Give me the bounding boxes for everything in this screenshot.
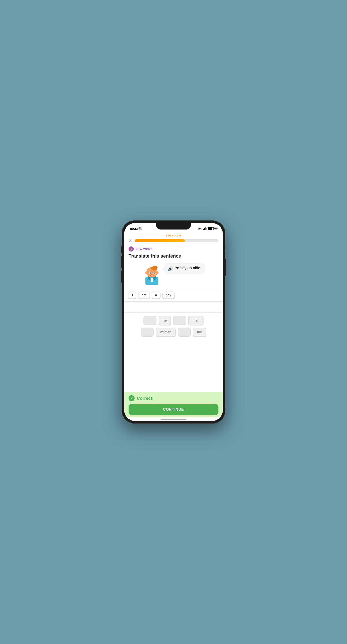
- svg-point-14: [150, 272, 151, 274]
- battery-percent: 70: [215, 227, 218, 230]
- word-chip-empty-4: [178, 328, 191, 337]
- correct-row: ✓ Correct!: [128, 395, 218, 401]
- progress-bar-fill: [135, 239, 185, 242]
- highlighted-text: Yo soy: [175, 266, 186, 270]
- status-icons: G·.· 70: [198, 227, 218, 230]
- word-chip-he[interactable]: he: [158, 316, 171, 325]
- home-indicator: [160, 418, 186, 420]
- word-bank-row-2: woman the: [128, 328, 218, 337]
- phone-mute-button: [121, 246, 122, 253]
- new-word-icon: ⚡: [128, 246, 134, 252]
- streak-text: 5 IN A ROW: [166, 234, 181, 237]
- svg-point-17: [154, 272, 154, 273]
- character-figure: [142, 263, 162, 287]
- correct-banner: ✓ Correct! CONTINUE: [124, 392, 223, 417]
- word-chip-empty-3: [141, 328, 154, 337]
- phone-volume-up-button: [121, 256, 122, 268]
- word-chip-empty-1: [144, 316, 156, 325]
- speech-bubble: 🔊 Yo soy un niño.: [164, 263, 204, 274]
- svg-point-18: [151, 274, 152, 275]
- svg-point-19: [145, 272, 147, 274]
- signal-icon: G·.·: [198, 227, 202, 230]
- word-chip-woman[interactable]: woman: [156, 328, 176, 337]
- correct-text: Correct!: [137, 396, 154, 401]
- battery-icon: [208, 227, 214, 230]
- whatsapp-icon: 💬: [138, 227, 142, 230]
- phone-screen: 15:33 💬 G·.· 70: [124, 223, 223, 421]
- new-word-label: NEW WORD: [136, 248, 152, 251]
- phone-volume-down-button: [121, 270, 122, 283]
- answer-area[interactable]: I am a boy: [124, 289, 223, 302]
- svg-point-16: [150, 272, 150, 273]
- continue-button[interactable]: CONTINUE: [128, 404, 218, 415]
- svg-rect-0: [203, 229, 204, 230]
- svg-rect-3: [206, 228, 207, 230]
- phone-power-button: [225, 259, 226, 276]
- word-chip-man[interactable]: man: [188, 316, 204, 325]
- phone-notch: [156, 223, 191, 230]
- word-chip-empty-2: [173, 316, 186, 325]
- new-word-row: ⚡ NEW WORD: [124, 245, 223, 252]
- status-time: 15:33 💬: [130, 227, 142, 230]
- answer-chip-i[interactable]: I: [128, 292, 136, 299]
- speech-text-part2: un niño.: [188, 266, 201, 270]
- answer-chip-am[interactable]: am: [138, 292, 150, 299]
- svg-rect-4: [146, 276, 158, 285]
- progress-row: ✕: [124, 238, 223, 245]
- word-bank: he man woman the: [124, 312, 223, 392]
- character-area: 🔊 Yo soy un niño.: [124, 262, 223, 289]
- svg-rect-2: [206, 227, 206, 230]
- word-chip-the[interactable]: the: [193, 328, 206, 337]
- close-button[interactable]: ✕: [128, 238, 132, 243]
- instruction-text: Translate this sentence: [124, 252, 223, 262]
- svg-rect-7: [151, 278, 152, 282]
- phone-frame: 15:33 💬 G·.· 70: [122, 220, 225, 424]
- word-bank-row-1: he man: [128, 316, 218, 325]
- answer-chip-a[interactable]: a: [152, 292, 160, 299]
- svg-point-20: [156, 272, 158, 274]
- svg-rect-1: [204, 228, 205, 230]
- svg-point-15: [154, 272, 155, 274]
- answer-area-2: [124, 302, 223, 312]
- progress-bar: [135, 239, 218, 242]
- answer-chip-boy[interactable]: boy: [162, 292, 175, 299]
- wifi-signal: [203, 227, 207, 230]
- correct-check-icon: ✓: [128, 395, 134, 401]
- svg-point-11: [154, 266, 158, 269]
- svg-rect-8: [152, 278, 153, 282]
- speaker-icon[interactable]: 🔊: [168, 266, 173, 272]
- streak-banner: 5 IN A ROW: [124, 232, 223, 238]
